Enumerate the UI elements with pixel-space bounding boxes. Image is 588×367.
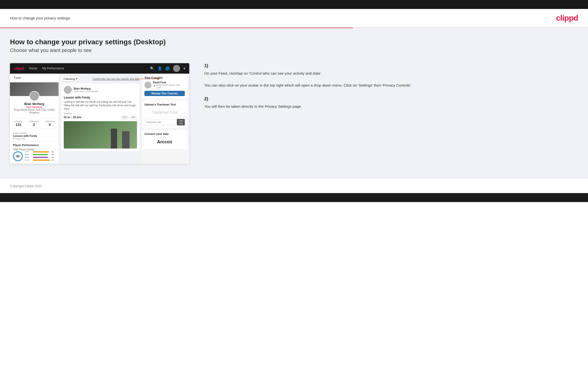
coach-club: 📍 Royal North Devon Golf Club xyxy=(153,84,185,89)
bar-arg: ARG 86 xyxy=(25,156,56,158)
app-logo: clippd xyxy=(14,66,24,70)
app-screenshot: clippd Home My Performance 🔍 👤 🌐 ▾ Feed xyxy=(10,63,189,164)
demo-wrapper: clippd Home My Performance 🔍 👤 🌐 ▾ Feed xyxy=(10,63,578,164)
trackman-input[interactable] xyxy=(144,119,176,125)
site-footer: Copyright Clippd 2022 xyxy=(0,179,588,193)
profile-stats: Activities 131 Followers 3 Following 4 xyxy=(10,118,59,129)
user-avatar-nav[interactable] xyxy=(173,65,180,72)
coach-item: David Ford 📍 Royal North Devon Golf Club xyxy=(144,81,185,89)
globe-icon[interactable]: 🌐 xyxy=(165,66,170,70)
bar-putt-value: 96 xyxy=(52,159,56,161)
nav-home[interactable]: Home xyxy=(29,67,37,70)
connect-data-card: Connect your data Arccos xyxy=(142,130,187,149)
stat-followers-value: 3 xyxy=(29,123,39,127)
latest-activity-label: Latest Activity xyxy=(13,132,56,134)
post-author-avatar xyxy=(64,86,72,94)
stat-activities-value: 131 xyxy=(14,123,23,127)
bar-arg-track xyxy=(33,157,51,158)
tag-ott: OTT xyxy=(121,116,129,119)
quality-score: 92 xyxy=(13,151,23,161)
trackman-input-row: Add Link xyxy=(144,119,185,125)
bar-app-track xyxy=(33,154,51,155)
app-right-panel: Your Coaches David Ford 📍 Royal North De… xyxy=(142,74,189,164)
bar-ott-track xyxy=(33,151,51,153)
top-bar xyxy=(0,0,588,9)
stat-following-label: Following xyxy=(45,120,54,123)
app-feed: Following ▾ Control who can see your act… xyxy=(59,74,142,164)
trackman-link-label: Trackman Link xyxy=(144,108,185,117)
stat-activities-label: Activities xyxy=(14,120,23,123)
following-label: Following xyxy=(64,77,75,80)
trackman-card: Upload a Trackman Test Trackman Link Add… xyxy=(142,101,187,128)
bar-app-value: 85 xyxy=(52,154,56,156)
site-header: How to change your privacy settings clip… xyxy=(0,9,588,28)
latest-activity: Latest Activity Lesson with Fordy 03 Aug… xyxy=(10,130,59,141)
trackman-title: Upload a Trackman Test xyxy=(144,103,185,106)
following-button[interactable]: Following ▾ xyxy=(61,76,80,81)
app-body: Feed Blair McHarg Plus Handicap Royal No… xyxy=(10,74,189,164)
stat-followers-label: Followers xyxy=(29,120,39,123)
bar-putt-fill xyxy=(33,159,50,161)
post-duration-label: Duration xyxy=(64,112,137,115)
tag-app: APP xyxy=(130,116,137,119)
person-icon[interactable]: 👤 xyxy=(158,66,162,70)
user-avatar xyxy=(29,91,39,101)
nav-my-performance[interactable]: My Performance xyxy=(42,67,64,70)
bar-arg-fill xyxy=(33,157,48,158)
connect-data-title: Connect your data xyxy=(144,132,185,135)
bottom-bar xyxy=(0,193,588,202)
bar-ott-value: 90 xyxy=(52,151,56,153)
latest-activity-date: 03 Aug 2022 xyxy=(13,137,56,140)
post-card: Blair McHarg Yesterday · Sunningdale Les… xyxy=(61,83,139,151)
stat-activities: Activities 131 xyxy=(14,120,23,127)
search-icon[interactable]: 🔍 xyxy=(150,66,154,70)
latest-activity-name: Lesson with Fordy xyxy=(13,134,56,137)
main-content: How to change your privacy settings (Des… xyxy=(0,28,588,179)
stat-following: Following 4 xyxy=(45,120,54,127)
performance-bars: OTT 90 APP xyxy=(25,151,56,162)
instruction-1-number: 1) xyxy=(204,63,573,68)
post-title: Lesson with Fordy xyxy=(64,96,137,99)
instruction-2-number: 2) xyxy=(204,96,573,102)
chevron-down-icon[interactable]: ▾ xyxy=(184,66,185,70)
coach-avatar xyxy=(144,82,151,89)
location-icon: 📍 xyxy=(153,85,156,88)
page-title: How to change your privacy settings (Des… xyxy=(10,38,578,46)
post-tags: 01 hr : 30 min OTT APP xyxy=(64,116,137,119)
arccos-label: Arccos xyxy=(144,137,185,147)
instructions-panel: 1) On your Feed, click/tap on 'Control w… xyxy=(199,63,578,117)
svg-marker-1 xyxy=(157,78,160,80)
instruction-1-text: On your Feed, click/tap on 'Control who … xyxy=(204,70,573,88)
bar-app-fill xyxy=(33,154,48,155)
quality-label: Total Player Quality xyxy=(13,148,56,151)
app-sidebar: Feed Blair McHarg Plus Handicap Royal No… xyxy=(10,74,59,164)
add-link-button[interactable]: Add Link xyxy=(177,119,185,125)
bar-ott: OTT 90 xyxy=(25,151,56,153)
post-meta: Yesterday · Sunningdale xyxy=(74,90,98,93)
stat-followers: Followers 3 xyxy=(29,120,39,127)
bar-arg-value: 86 xyxy=(52,156,56,158)
profile-banner xyxy=(10,82,59,96)
bar-ott-fill xyxy=(33,151,49,153)
nav-right-icons: 🔍 👤 🌐 ▾ xyxy=(150,65,185,72)
bar-putt-label: PUTT xyxy=(25,159,32,161)
instruction-1: 1) On your Feed, click/tap on 'Control w… xyxy=(204,63,573,88)
privacy-controls-link[interactable]: Control who can see your activity and da… xyxy=(93,78,139,80)
chevron-down-icon: ▾ xyxy=(76,77,77,80)
post-duration-value: 01 hr : 30 min xyxy=(64,116,81,119)
bar-arg-label: ARG xyxy=(25,156,32,158)
golfer-figure-1 xyxy=(111,129,117,149)
coach-info: David Ford 📍 Royal North Devon Golf Club xyxy=(153,81,185,89)
feed-tab[interactable]: Feed xyxy=(10,74,59,82)
profile-club: Royal North Devon Golf Club, United King… xyxy=(12,108,56,114)
post-body: Looking to feel like my hands are exitin… xyxy=(64,100,137,111)
manage-coaches-button[interactable]: Manage Your Coaches xyxy=(144,91,185,96)
post-header: Blair McHarg Yesterday · Sunningdale xyxy=(64,86,137,94)
player-performance: Player Performance Total Player Quality … xyxy=(10,141,59,164)
breadcrumb: How to change your privacy settings xyxy=(10,16,70,20)
post-author-name: Blair McHarg xyxy=(74,87,98,90)
copyright-text: Copyright Clippd 2022 xyxy=(10,184,42,188)
annotation-arrow xyxy=(140,77,160,81)
profile-handicap: Plus Handicap xyxy=(12,106,56,108)
following-row: Following ▾ Control who can see your act… xyxy=(61,76,139,81)
